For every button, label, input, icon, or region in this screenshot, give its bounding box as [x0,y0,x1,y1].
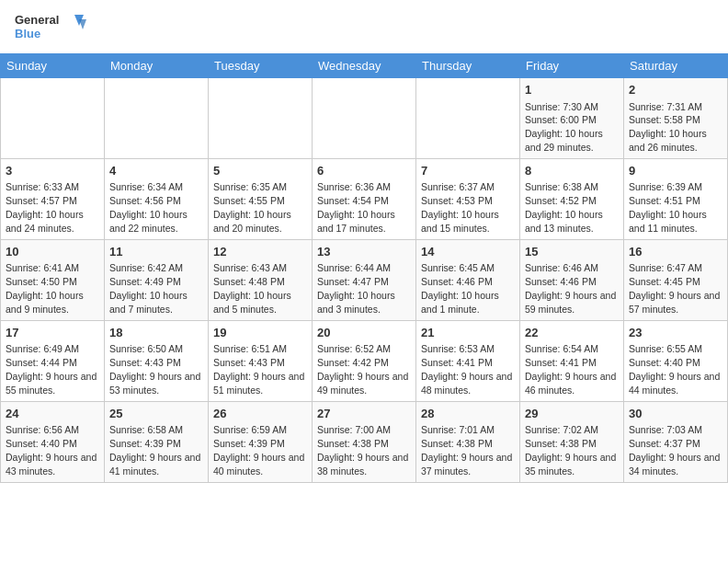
calendar-cell: 30Sunrise: 7:03 AM Sunset: 4:37 PM Dayli… [624,401,728,482]
calendar-cell: 22Sunrise: 6:54 AM Sunset: 4:41 PM Dayli… [520,320,624,401]
day-number: 2 [629,82,722,98]
day-info: Sunrise: 6:53 AM Sunset: 4:41 PM Dayligh… [421,343,512,396]
day-info: Sunrise: 7:01 AM Sunset: 4:38 PM Dayligh… [421,424,512,477]
day-number: 6 [317,163,411,179]
day-info: Sunrise: 6:52 AM Sunset: 4:42 PM Dayligh… [317,343,408,396]
day-number: 4 [109,163,203,179]
day-number: 16 [629,244,722,260]
weekday-header-tuesday: Tuesday [209,54,313,78]
calendar-cell: 27Sunrise: 7:00 AM Sunset: 4:38 PM Dayli… [313,401,416,482]
day-info: Sunrise: 7:02 AM Sunset: 4:38 PM Dayligh… [525,424,616,477]
day-number: 11 [109,244,203,260]
day-number: 20 [317,325,411,341]
calendar-cell [416,78,520,159]
weekday-header-sunday: Sunday [1,54,105,78]
day-info: Sunrise: 6:38 AM Sunset: 4:52 PM Dayligh… [525,181,603,234]
week-row-1: 1Sunrise: 7:30 AM Sunset: 6:00 PM Daylig… [1,78,728,159]
day-info: Sunrise: 6:39 AM Sunset: 4:51 PM Dayligh… [629,181,707,234]
weekday-header-friday: Friday [520,54,624,78]
day-number: 17 [6,325,99,341]
day-info: Sunrise: 7:03 AM Sunset: 4:37 PM Dayligh… [629,424,720,477]
day-number: 21 [421,325,515,341]
day-number: 12 [213,244,307,260]
calendar-cell: 5Sunrise: 6:35 AM Sunset: 4:55 PM Daylig… [209,158,313,239]
day-info: Sunrise: 6:56 AM Sunset: 4:40 PM Dayligh… [6,424,97,477]
day-number: 7 [421,163,515,179]
day-number: 15 [525,244,619,260]
weekday-header-wednesday: Wednesday [313,54,416,78]
day-number: 3 [6,163,99,179]
calendar-cell: 3Sunrise: 6:33 AM Sunset: 4:57 PM Daylig… [1,158,105,239]
page-header: General Blue [0,0,728,48]
day-info: Sunrise: 6:45 AM Sunset: 4:46 PM Dayligh… [421,262,499,315]
svg-text:General: General [15,13,59,27]
week-row-2: 3Sunrise: 6:33 AM Sunset: 4:57 PM Daylig… [1,158,728,239]
day-info: Sunrise: 6:35 AM Sunset: 4:55 PM Dayligh… [213,181,291,234]
day-info: Sunrise: 6:58 AM Sunset: 4:39 PM Dayligh… [109,424,200,477]
calendar-cell: 26Sunrise: 6:59 AM Sunset: 4:39 PM Dayli… [209,401,313,482]
day-number: 10 [6,244,99,260]
weekday-header-row: SundayMondayTuesdayWednesdayThursdayFrid… [1,54,728,78]
calendar-cell: 24Sunrise: 6:56 AM Sunset: 4:40 PM Dayli… [1,401,105,482]
calendar-cell: 16Sunrise: 6:47 AM Sunset: 4:45 PM Dayli… [624,239,728,320]
calendar-cell: 6Sunrise: 6:36 AM Sunset: 4:54 PM Daylig… [313,158,416,239]
calendar-cell: 14Sunrise: 6:45 AM Sunset: 4:46 PM Dayli… [416,239,520,320]
day-info: Sunrise: 6:51 AM Sunset: 4:43 PM Dayligh… [213,343,304,396]
day-number: 5 [213,163,307,179]
week-row-5: 24Sunrise: 6:56 AM Sunset: 4:40 PM Dayli… [1,401,728,482]
day-number: 13 [317,244,411,260]
calendar-cell: 13Sunrise: 6:44 AM Sunset: 4:47 PM Dayli… [313,239,416,320]
logo: General Blue [15,11,88,44]
day-info: Sunrise: 6:50 AM Sunset: 4:43 PM Dayligh… [109,343,200,396]
day-number: 22 [525,325,619,341]
logo-svg: General Blue [15,11,88,44]
week-row-4: 17Sunrise: 6:49 AM Sunset: 4:44 PM Dayli… [1,320,728,401]
calendar-cell: 8Sunrise: 6:38 AM Sunset: 4:52 PM Daylig… [520,158,624,239]
day-number: 1 [525,82,619,98]
calendar-cell: 19Sunrise: 6:51 AM Sunset: 4:43 PM Dayli… [209,320,313,401]
day-info: Sunrise: 6:55 AM Sunset: 4:40 PM Dayligh… [629,343,720,396]
day-number: 25 [109,406,203,422]
svg-text:Blue: Blue [15,27,40,40]
day-number: 14 [421,244,515,260]
day-number: 18 [109,325,203,341]
day-info: Sunrise: 6:36 AM Sunset: 4:54 PM Dayligh… [317,181,395,234]
calendar-cell: 12Sunrise: 6:43 AM Sunset: 4:48 PM Dayli… [209,239,313,320]
day-info: Sunrise: 6:37 AM Sunset: 4:53 PM Dayligh… [421,181,499,234]
day-info: Sunrise: 6:49 AM Sunset: 4:44 PM Dayligh… [6,343,97,396]
day-info: Sunrise: 6:43 AM Sunset: 4:48 PM Dayligh… [213,262,291,315]
calendar-cell: 7Sunrise: 6:37 AM Sunset: 4:53 PM Daylig… [416,158,520,239]
calendar-cell: 11Sunrise: 6:42 AM Sunset: 4:49 PM Dayli… [105,239,209,320]
calendar-cell: 28Sunrise: 7:01 AM Sunset: 4:38 PM Dayli… [416,401,520,482]
day-info: Sunrise: 7:00 AM Sunset: 4:38 PM Dayligh… [317,424,408,477]
day-info: Sunrise: 6:46 AM Sunset: 4:46 PM Dayligh… [525,262,616,315]
day-info: Sunrise: 6:42 AM Sunset: 4:49 PM Dayligh… [109,262,188,315]
weekday-header-thursday: Thursday [416,54,520,78]
day-info: Sunrise: 6:41 AM Sunset: 4:50 PM Dayligh… [6,262,84,315]
day-number: 23 [629,325,722,341]
calendar-cell: 9Sunrise: 6:39 AM Sunset: 4:51 PM Daylig… [624,158,728,239]
weekday-header-saturday: Saturday [624,54,728,78]
calendar-cell: 4Sunrise: 6:34 AM Sunset: 4:56 PM Daylig… [105,158,209,239]
day-number: 19 [213,325,307,341]
calendar-cell: 23Sunrise: 6:55 AM Sunset: 4:40 PM Dayli… [624,320,728,401]
day-info: Sunrise: 7:30 AM Sunset: 6:00 PM Dayligh… [525,101,603,154]
calendar-cell: 21Sunrise: 6:53 AM Sunset: 4:41 PM Dayli… [416,320,520,401]
day-number: 9 [629,163,722,179]
day-number: 27 [317,406,411,422]
day-info: Sunrise: 6:54 AM Sunset: 4:41 PM Dayligh… [525,343,616,396]
day-number: 8 [525,163,619,179]
calendar-table: SundayMondayTuesdayWednesdayThursdayFrid… [0,53,728,483]
weekday-header-monday: Monday [105,54,209,78]
calendar-cell [313,78,416,159]
calendar-cell: 10Sunrise: 6:41 AM Sunset: 4:50 PM Dayli… [1,239,105,320]
day-info: Sunrise: 6:47 AM Sunset: 4:45 PM Dayligh… [629,262,720,315]
day-info: Sunrise: 6:44 AM Sunset: 4:47 PM Dayligh… [317,262,395,315]
svg-marker-3 [79,19,86,29]
day-info: Sunrise: 6:34 AM Sunset: 4:56 PM Dayligh… [109,181,188,234]
day-number: 26 [213,406,307,422]
calendar-cell [105,78,209,159]
calendar-cell: 20Sunrise: 6:52 AM Sunset: 4:42 PM Dayli… [313,320,416,401]
calendar-cell: 15Sunrise: 6:46 AM Sunset: 4:46 PM Dayli… [520,239,624,320]
calendar-cell: 17Sunrise: 6:49 AM Sunset: 4:44 PM Dayli… [1,320,105,401]
